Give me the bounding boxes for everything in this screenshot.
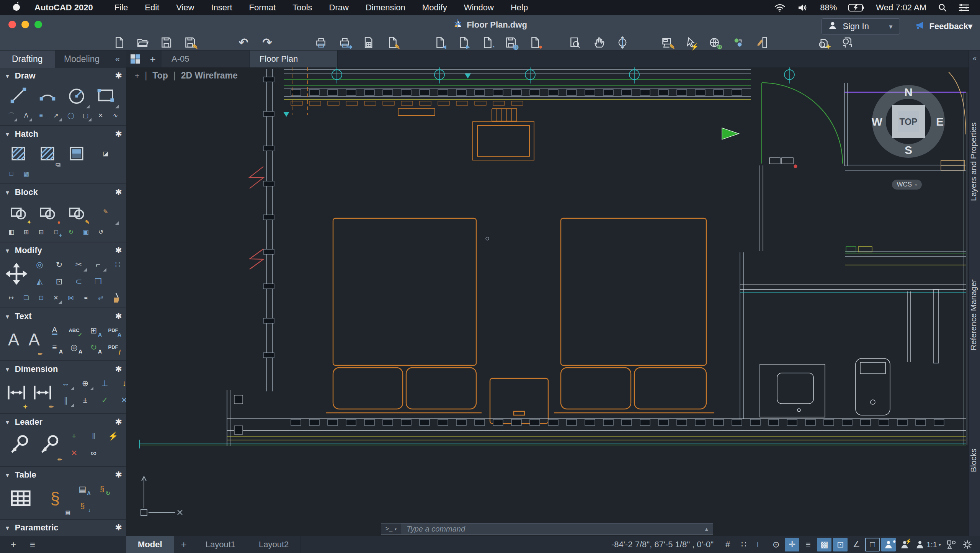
radial-parameter-tool[interactable]: ↻	[83, 533, 101, 536]
annotation-visibility-toggle[interactable]: ●	[881, 538, 896, 551]
menu-item-edit[interactable]: Edit	[145, 3, 159, 13]
pan-button[interactable]	[590, 35, 607, 50]
aligned-parameter-tool[interactable]: ↔	[63, 533, 81, 536]
dimension-break-tool[interactable]: ↓	[115, 375, 126, 391]
create-block-tool[interactable]: □+	[49, 226, 63, 239]
wcs-selector[interactable]: WCS ▿	[892, 180, 922, 190]
circle-tool[interactable]	[63, 82, 90, 109]
redo-button[interactable]: ↷	[259, 35, 276, 50]
battery-icon[interactable]	[848, 3, 864, 12]
polar-tracking-toggle[interactable]: ⊙	[769, 538, 783, 551]
strip-collapse-button[interactable]: «	[969, 54, 980, 62]
text-update-tool[interactable]: ↻A	[85, 339, 103, 355]
arc-tool[interactable]	[34, 82, 61, 109]
feedback-button[interactable]: Feedback▾	[915, 21, 972, 32]
break-at-point-tool[interactable]: ✕	[49, 291, 63, 304]
sidebar-tab-blocks[interactable]: Blocks	[969, 437, 980, 483]
viewport-controls-menu[interactable]: +	[135, 71, 139, 80]
batch-plot-button[interactable]: ➜	[336, 35, 353, 50]
export-file-button[interactable]: ►	[455, 35, 472, 50]
layout-grid-icon[interactable]	[126, 51, 144, 67]
menu-item-dimension[interactable]: Dimension	[366, 3, 405, 13]
offset-tool[interactable]: ⊂	[70, 273, 88, 289]
table-field-tool[interactable]: ▤A	[74, 481, 91, 497]
new-drawing-tab-button[interactable]: +	[144, 51, 162, 67]
section-gear-icon[interactable]: ✱	[115, 187, 122, 197]
revision-cloud-tool[interactable]: ▢	[79, 109, 92, 122]
control-center-icon[interactable]	[959, 3, 969, 12]
add-leader-tool[interactable]: +	[65, 428, 83, 444]
annotation-auto-scale-toggle[interactable]: ⚡	[897, 538, 912, 551]
move-tool[interactable]	[5, 256, 28, 291]
menu-item-view[interactable]: View	[176, 3, 194, 13]
copy-base-tool[interactable]: ❏	[20, 291, 33, 304]
grid-display-toggle[interactable]: #	[720, 538, 735, 551]
text-align-tool[interactable]: ≡A	[46, 339, 64, 355]
auto-constrain-tool[interactable]: ¬⚡	[24, 533, 42, 536]
import-file-button[interactable]: ◄	[431, 35, 448, 50]
section-header-dimension[interactable]: ▼Dimension✱	[5, 363, 122, 375]
vertical-constraint-tool[interactable]: ❘	[5, 533, 23, 536]
isometric-drafting-toggle[interactable]: ∠	[849, 538, 864, 551]
break-tool[interactable]: ✕	[94, 109, 107, 122]
menu-item-window[interactable]: Window	[464, 3, 494, 13]
explode-tool[interactable]: ❒	[89, 273, 107, 289]
trim-tool[interactable]: ✂	[70, 256, 88, 272]
show-constraints-tool[interactable]: ⊘•	[102, 533, 120, 536]
viewport-visual-style-control[interactable]: 2D Wireframe	[181, 70, 238, 81]
menu-item-modify[interactable]: Modify	[422, 3, 447, 13]
command-prompt[interactable]: >_ ▾	[381, 524, 401, 534]
palette-add-button[interactable]: +	[11, 539, 16, 550]
spline-tool[interactable]: ∿	[109, 109, 122, 122]
save-drawing-button[interactable]	[158, 35, 175, 50]
section-header-block[interactable]: ▼Block✱	[5, 187, 122, 198]
plot-button[interactable]	[312, 35, 329, 50]
convert-block-tool[interactable]: ↺	[94, 226, 108, 239]
section-gear-icon[interactable]: ✱	[115, 523, 122, 533]
model-space-canvas[interactable]: + | Top | 2D Wireframe TOP N S W E WCS ▿	[126, 67, 969, 536]
sidebar-tab-layers-properties[interactable]: Layers and Properties	[969, 104, 980, 219]
object-snap-toggle[interactable]: ✛	[785, 538, 799, 551]
hatch-pattern-tool[interactable]: ▩	[20, 167, 33, 180]
write-block-tool[interactable]: ⊟	[34, 226, 48, 239]
sidebar-tab-reference-manager[interactable]: Reference Manager	[969, 265, 980, 365]
section-header-draw[interactable]: ▼Draw✱	[5, 70, 122, 82]
baseline-dimension-tool[interactable]: ∥	[57, 392, 75, 408]
section-gear-icon[interactable]: ✱	[115, 311, 122, 321]
edit-block-tool[interactable]: ✎	[63, 198, 90, 226]
open-drawing-button[interactable]	[134, 35, 151, 50]
palette-collapse-button[interactable]: «	[109, 51, 126, 68]
single-line-text-tool[interactable]: A	[46, 322, 64, 338]
plot-style-editor-button[interactable]: ✎	[384, 35, 400, 50]
save-as-button[interactable]: ✎	[181, 35, 198, 50]
page-setup-manager-button[interactable]	[360, 35, 377, 50]
linear-dimension-tool[interactable]: ↔	[57, 375, 75, 391]
pdf-text-settings-tool[interactable]: PDFƒ	[104, 339, 122, 355]
define-attributes-tool[interactable]: ✎	[92, 198, 119, 226]
etransmit-button[interactable]: ◍	[502, 35, 519, 50]
export-table-data-tool[interactable]: §↓	[74, 497, 91, 514]
section-gear-icon[interactable]: ✱	[115, 245, 122, 255]
snap-mode-toggle[interactable]: ∷	[737, 538, 751, 551]
layout-tab-layout2[interactable]: Layout2	[247, 536, 301, 553]
lineweight-display-toggle[interactable]: ≡	[801, 538, 815, 551]
tab-drafting[interactable]: Drafting	[0, 51, 55, 68]
customization-toggle[interactable]	[960, 538, 975, 551]
multileader-tool[interactable]	[5, 428, 33, 463]
volume-icon[interactable]	[797, 3, 808, 12]
attribute-tag-tool[interactable]: ◧	[5, 226, 18, 239]
ordinate-dimension-tool[interactable]: ⊥	[96, 375, 114, 391]
dimension-check-tool[interactable]: ✓	[96, 392, 114, 408]
menu-item-format[interactable]: Format	[249, 3, 276, 13]
leader-landing-tool[interactable]: ∞	[85, 445, 103, 461]
section-gear-icon[interactable]: ✱	[115, 71, 122, 81]
undo-button[interactable]: ↶	[235, 35, 252, 50]
sync-attributes-tool[interactable]: ↻	[64, 226, 78, 239]
field-tool[interactable]: ⊞A	[85, 322, 103, 338]
section-header-leader[interactable]: ▼Leader✱	[5, 416, 122, 428]
multileader-style-tool[interactable]: ✏	[35, 428, 63, 463]
table-tool[interactable]	[5, 481, 37, 516]
section-header-text[interactable]: ▼Text✱	[5, 311, 122, 322]
zoom-window-button[interactable]	[567, 35, 583, 50]
new-drawing-button[interactable]	[110, 35, 127, 50]
